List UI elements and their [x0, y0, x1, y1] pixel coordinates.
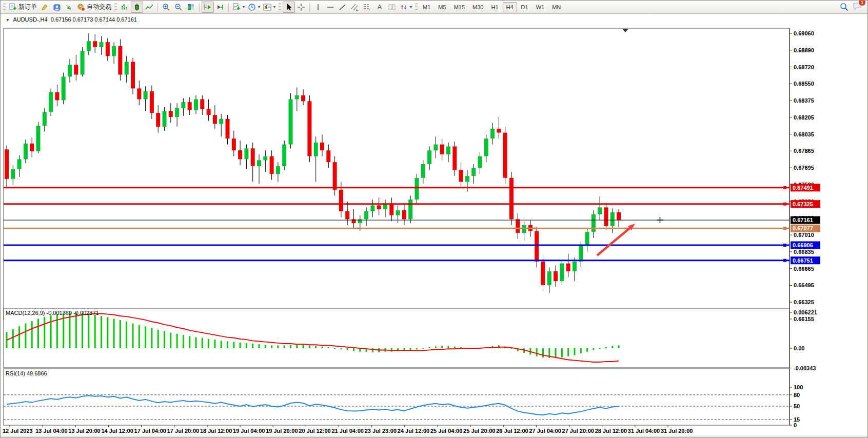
arrows-icon: [400, 3, 408, 11]
zoom-out-button[interactable]: [172, 2, 185, 13]
horizontal-line-tool-button[interactable]: [324, 2, 337, 13]
price-tick-label: 0.68375: [794, 97, 814, 104]
bar-chart-button[interactable]: [119, 2, 131, 13]
time-tick-label: 21 Jul 04:00: [332, 428, 364, 434]
indicators-icon: [232, 3, 241, 11]
price-tick-label: 0.66155: [794, 316, 814, 322]
timeframe-D1[interactable]: D1: [518, 2, 532, 12]
price-tick-label: 0.69060: [794, 30, 814, 36]
cursor-tool-button[interactable]: [283, 2, 295, 13]
time-tick-label: 27 Jul 04:00: [529, 428, 561, 434]
auto-scroll-icon: [204, 3, 212, 11]
chart-shift-button[interactable]: [214, 2, 226, 13]
chart-stage[interactable]: ▼ AUDUSD-,H4 0.67156 0.67173 0.67144 0.6…: [1, 14, 868, 438]
time-tick-label: 28 Jul 12:00: [595, 428, 627, 434]
line-chart-button[interactable]: [143, 2, 155, 13]
trendline-icon: [339, 3, 347, 11]
text-tool-button[interactable]: A: [373, 2, 386, 13]
channel-tool-button[interactable]: E: [349, 2, 361, 13]
price-axis[interactable]: 0.690600.688900.687200.685500.683750.682…: [790, 30, 814, 322]
new-order-button[interactable]: 新订单: [7, 2, 38, 13]
periods-button[interactable]: ▾: [246, 2, 262, 13]
styler-button[interactable]: [38, 2, 51, 13]
zoom-out-icon: [174, 3, 183, 11]
text-label-icon: T: [388, 3, 396, 11]
timeframe-M5[interactable]: M5: [435, 2, 449, 12]
time-tick-label: 14 Jul 12:00: [101, 428, 133, 434]
time-tick-label: 24 Jul 12:00: [398, 428, 429, 434]
candlestick-chart-button[interactable]: [131, 2, 143, 13]
svg-text:0.006221: 0.006221: [794, 309, 817, 315]
timeframe-M15[interactable]: M15: [450, 2, 468, 12]
clock-icon: [248, 3, 256, 11]
fibonacci-tool-button[interactable]: F: [361, 2, 373, 13]
svg-text:0.00: 0.00: [794, 345, 804, 351]
svg-text:A: A: [378, 4, 382, 11]
auto-trading-button[interactable]: 自动交易: [75, 2, 113, 13]
rsi-pane-frame: [4, 369, 790, 425]
zoom-in-button[interactable]: [160, 2, 172, 13]
templates-button[interactable]: ▾: [262, 2, 277, 13]
crayon-icon: [41, 3, 49, 11]
auto-scroll-button[interactable]: [202, 2, 214, 13]
time-tick-label: 12 Jul 2023: [3, 428, 33, 434]
time-tick-label: 25 Jul 04:00: [430, 428, 462, 434]
timeframe-M1[interactable]: M1: [419, 2, 434, 12]
arrows-tool-button[interactable]: ▾: [398, 2, 413, 13]
svg-text:T: T: [391, 5, 394, 10]
text-label-tool-button[interactable]: T: [386, 2, 398, 13]
new-order-icon: [9, 3, 17, 11]
timeframe-H1[interactable]: H1: [487, 2, 502, 12]
auto-trading-label: 自动交易: [87, 3, 111, 11]
notifications-button[interactable]: 1: [853, 2, 862, 12]
vertical-line-tool-button[interactable]: [312, 2, 324, 13]
time-tick-label: 27 Jul 20:00: [562, 428, 594, 434]
timeframe-MN[interactable]: MN: [548, 2, 564, 12]
symbol-title: AUDUSD-,H4: [13, 16, 47, 23]
cursor-icon: [285, 3, 293, 11]
person-icon: [53, 3, 61, 11]
time-tick-label: 18 Jul 12:00: [200, 428, 232, 434]
horizontal-line-icon: [326, 3, 334, 11]
rsi-indicator-label: RSI(14) 49.6866: [6, 370, 47, 376]
svg-text:-0.00343: -0.00343: [794, 365, 816, 371]
market-depth-button[interactable]: [51, 2, 63, 13]
price-badge: 0.66751: [791, 256, 820, 264]
svg-text:0.67161: 0.67161: [793, 217, 813, 223]
time-axis[interactable]: 12 Jul 202313 Jul 04:0013 Jul 20:0014 Ju…: [3, 425, 693, 434]
timeframe-H4[interactable]: H4: [503, 2, 517, 12]
crosshair-tool-button[interactable]: [295, 2, 307, 13]
fibonacci-icon: F: [363, 3, 371, 11]
search-icon[interactable]: [840, 3, 849, 11]
time-tick-label: 25 Jul 20:00: [463, 428, 495, 434]
time-tick-label: 17 Jul 20:00: [167, 428, 199, 434]
price-badge: 0.67161: [791, 216, 820, 224]
macd-pane-frame: [4, 308, 790, 368]
tile-windows-button[interactable]: [185, 2, 197, 13]
svg-text:100: 100: [794, 384, 803, 390]
toolbar: 新订单 自动交易: [1, 1, 867, 14]
time-tick-label: 13 Jul 20:00: [68, 428, 100, 434]
price-tick-label: 0.66665: [794, 266, 814, 272]
timeframe-W1[interactable]: W1: [532, 2, 548, 12]
indicators-button[interactable]: ▾: [231, 2, 246, 13]
toolbar-grip[interactable]: [415, 3, 418, 11]
text-icon: A: [376, 3, 384, 11]
price-tick-label: 0.67865: [794, 148, 814, 154]
rsi-axis[interactable]: 1008050150: [790, 384, 803, 428]
price-tick-label: 0.68035: [794, 131, 814, 137]
symbol-dropdown-icon[interactable]: ▼: [6, 18, 10, 23]
timeframe-M30[interactable]: M30: [469, 2, 487, 12]
toolbar-grip[interactable]: [3, 3, 6, 11]
chart-canvas[interactable]: 0.690600.688900.687200.685500.683750.682…: [1, 14, 868, 438]
indicators-dropdown-icon: ▾: [243, 5, 245, 9]
toolbar-grip[interactable]: [279, 3, 281, 11]
toolbar-grip[interactable]: [114, 3, 117, 11]
time-tick-label: 23 Jul 23:00: [365, 428, 397, 434]
price-tick-label: 0.68550: [794, 81, 814, 87]
arrows-dropdown-icon: ▾: [410, 5, 412, 9]
signal-button[interactable]: [63, 2, 75, 13]
trendline-tool-button[interactable]: [337, 2, 349, 13]
template-icon: [263, 3, 271, 11]
svg-text:50: 50: [794, 403, 800, 409]
